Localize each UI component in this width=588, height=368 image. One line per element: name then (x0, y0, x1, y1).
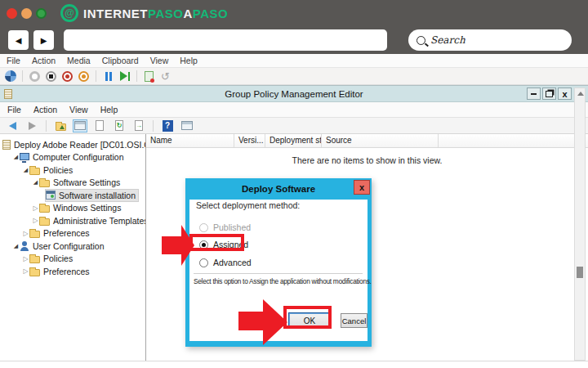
cancel-button[interactable]: Cancel (341, 313, 368, 328)
browser-titlebar: @ INTERNETPASOAPASO (0, 0, 588, 26)
radio-advanced[interactable]: Advanced (199, 257, 252, 268)
expander-open-icon[interactable] (32, 179, 39, 186)
recorder-menubar: File Action Media Clipboard View Help (0, 54, 588, 68)
dialog-title: Deploy Software (242, 184, 315, 194)
tree-item-administrative-templates[interactable]: Administrative Templates: Poli (0, 214, 145, 227)
record-disabled-button[interactable] (29, 70, 41, 83)
refresh-button[interactable]: ↻ (112, 119, 127, 132)
expander-open-icon[interactable] (22, 167, 29, 173)
computer-icon (20, 153, 29, 160)
menu-file[interactable]: File (7, 56, 20, 65)
address-bar[interactable] (64, 29, 387, 51)
column-header-name[interactable]: Name (146, 134, 234, 147)
ok-button[interactable]: OK (288, 312, 331, 329)
back-nav-button[interactable] (5, 119, 20, 132)
menu-help[interactable]: Help (180, 56, 198, 65)
folder-icon (29, 269, 40, 276)
dialog-titlebar[interactable]: Deploy Software x (185, 178, 372, 200)
play-button[interactable] (118, 70, 131, 83)
console-tree-panel: Deploy Adobe Reader [DC01.OSI.COM.MY Com… (0, 134, 146, 361)
forward-button[interactable]: ▶ (33, 30, 54, 50)
folder-icon (39, 218, 50, 226)
forward-icon: ▶ (41, 36, 47, 45)
stop-button[interactable] (45, 70, 57, 83)
column-header-version[interactable]: Versi... (234, 134, 265, 147)
column-header-source[interactable]: Source (322, 134, 439, 147)
column-header-empty[interactable] (439, 134, 588, 147)
menu-clipboard[interactable]: Clipboard (102, 56, 139, 65)
record-button[interactable] (61, 70, 74, 83)
gpme-menu-action[interactable]: Action (33, 105, 57, 114)
gpme-menu-help[interactable]: Help (100, 105, 118, 114)
close-traffic-light[interactable] (7, 8, 17, 19)
encoder-app-icon[interactable] (4, 70, 16, 83)
radio-assigned[interactable]: Assigned (199, 239, 248, 250)
radio-button-icon[interactable] (199, 258, 208, 267)
scrollbar-thumb[interactable] (577, 267, 583, 278)
expander-open-icon[interactable] (12, 243, 20, 249)
properties-button[interactable] (92, 119, 107, 132)
selected-tree-item[interactable]: Software installation (46, 190, 138, 201)
minimize-button[interactable] (527, 88, 541, 100)
radio-button-icon[interactable] (199, 223, 208, 232)
forward-nav-button[interactable] (24, 119, 39, 132)
tree-item-software-installation[interactable]: Software installation (0, 189, 145, 202)
back-button[interactable]: ◀ (8, 30, 29, 50)
gpme-menu-view[interactable]: View (69, 105, 88, 114)
gpme-menubar: File Action View Help (0, 102, 588, 118)
search-box[interactable]: Search (408, 29, 572, 51)
folder-icon (39, 205, 50, 213)
up-one-level-button[interactable] (53, 119, 68, 132)
new-window-button[interactable] (180, 119, 194, 132)
minimize-traffic-light[interactable] (21, 8, 32, 19)
help-button[interactable]: ? (160, 119, 175, 132)
close-button[interactable]: x (558, 88, 572, 100)
dialog-close-button[interactable]: x (354, 180, 370, 195)
folder-icon (29, 231, 40, 238)
show-console-tree-button[interactable] (73, 119, 87, 132)
tree-item-user-configuration[interactable]: User Configuration (0, 240, 145, 253)
undo-icon: ↺ (161, 71, 170, 82)
tree-item-policies-user[interactable]: Policies (0, 253, 145, 266)
document-error-icon (145, 71, 154, 82)
browser-navbar: ◀ ▶ Search (0, 26, 588, 54)
gpme-menu-file[interactable]: File (7, 105, 21, 114)
menu-action[interactable]: Action (32, 56, 56, 65)
refresh-icon: ↻ (115, 120, 123, 131)
radio-published[interactable]: Published (199, 222, 251, 233)
restore-button[interactable] (542, 88, 556, 100)
tree-item-computer-configuration[interactable]: Computer Configuration (0, 151, 145, 164)
gray-circle-icon (29, 71, 40, 82)
expander-closed-icon[interactable] (22, 230, 29, 237)
record-alt-button[interactable] (78, 70, 90, 83)
export-list-button[interactable]: → (131, 119, 146, 132)
tree-item-policies[interactable]: Policies (0, 164, 145, 177)
menu-media[interactable]: Media (67, 56, 91, 65)
zoom-traffic-light[interactable] (36, 8, 47, 19)
forward-arrow-icon (29, 122, 36, 130)
expander-open-icon[interactable] (12, 154, 20, 160)
tree-item-software-settings[interactable]: Software Settings (0, 177, 145, 190)
expander-closed-icon[interactable] (22, 267, 29, 275)
software-installation-icon (46, 191, 56, 200)
pause-button[interactable] (102, 70, 114, 83)
tree-item-preferences-computer[interactable]: Preferences (0, 227, 145, 240)
deploy-software-dialog: Deploy Software x Select deployment meth… (185, 178, 372, 347)
pinwheel-icon (5, 70, 16, 82)
tree-item-preferences-user[interactable]: Preferences (0, 265, 145, 278)
tree-item-gpo-root[interactable]: Deploy Adobe Reader [DC01.OSI.COM.MY (0, 138, 145, 151)
radio-button-icon[interactable] (199, 240, 208, 249)
log-button[interactable] (143, 70, 155, 83)
dialog-separator (194, 273, 363, 274)
tree-item-windows-settings[interactable]: Windows Settings (0, 202, 145, 215)
scroll-up-icon[interactable] (577, 92, 584, 96)
expander-closed-icon[interactable] (32, 217, 39, 224)
expander-closed-icon[interactable] (22, 255, 29, 263)
undo-button[interactable]: ↺ (159, 70, 172, 83)
expander-closed-icon[interactable] (32, 204, 39, 212)
gpme-titlebar[interactable]: Group Policy Management Editor x (0, 85, 588, 102)
vertical-scrollbar[interactable] (574, 88, 586, 361)
folder-icon (39, 180, 50, 187)
menu-view[interactable]: View (150, 56, 169, 65)
column-header-deployment-state[interactable]: Deployment st... (265, 134, 322, 147)
